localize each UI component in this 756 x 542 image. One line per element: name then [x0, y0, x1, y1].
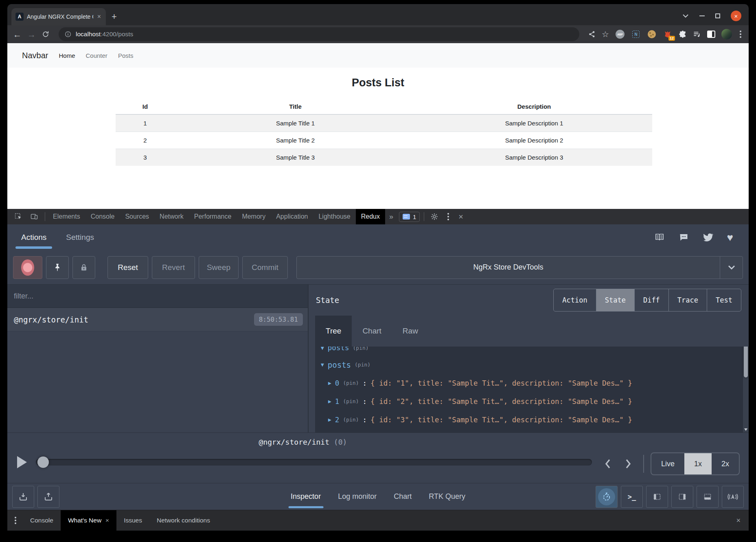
devtools-menu-kebab-icon[interactable]: [442, 216, 454, 217]
expand-arrow-icon[interactable]: ▼: [321, 362, 324, 368]
profile-avatar[interactable]: [721, 29, 732, 39]
reset-button[interactable]: Reset: [107, 256, 148, 279]
tab-inspector[interactable]: Inspector: [285, 483, 327, 510]
maximize-icon[interactable]: [715, 13, 720, 18]
bookmark-star-icon[interactable]: ☆: [602, 29, 609, 39]
side-panel-icon[interactable]: [707, 31, 715, 38]
more-tabs-icon[interactable]: »: [385, 213, 397, 221]
browser-menu-kebab-icon[interactable]: [740, 33, 741, 35]
tab-close-icon[interactable]: ×: [96, 13, 102, 20]
window-close-icon[interactable]: ×: [731, 11, 741, 21]
view-tab-tree[interactable]: Tree: [315, 316, 352, 347]
instance-selector[interactable]: NgRx Store DevTools: [296, 256, 743, 279]
tab-network[interactable]: Network: [154, 209, 189, 224]
step-forward-button[interactable]: [620, 455, 637, 473]
tab-actions[interactable]: Actions: [11, 224, 56, 250]
tab-performance[interactable]: Performance: [189, 209, 237, 224]
pin-button[interactable]: [46, 256, 69, 279]
tab-search-chevron-icon[interactable]: [682, 14, 689, 18]
expand-arrow-icon[interactable]: ▶: [328, 398, 331, 404]
share-icon[interactable]: [588, 31, 596, 38]
playlist-icon[interactable]: [693, 30, 701, 38]
step-back-button[interactable]: [599, 455, 616, 473]
tab-sources[interactable]: Sources: [120, 209, 154, 224]
tab-chart[interactable]: Chart: [388, 483, 417, 510]
dock-right-button[interactable]: [671, 486, 693, 508]
tab-application[interactable]: Application: [271, 209, 313, 224]
mode-diff-button[interactable]: Diff: [634, 289, 668, 311]
drawer-tab-issues[interactable]: Issues: [116, 510, 149, 531]
drawer-tab-network-conditions[interactable]: Network conditions: [149, 510, 217, 531]
feedback-chat-icon[interactable]: [679, 233, 689, 242]
reload-icon[interactable]: [42, 30, 50, 38]
fox-extension-icon[interactable]: 12: [663, 29, 673, 39]
mode-action-button[interactable]: Action: [554, 289, 596, 311]
speed-live-button[interactable]: Live: [651, 453, 684, 474]
site-info-icon[interactable]: [64, 31, 72, 38]
docs-book-icon[interactable]: [654, 233, 665, 242]
tab-redux[interactable]: Redux: [356, 209, 385, 224]
mode-state-button[interactable]: State: [596, 289, 634, 311]
tab-memory[interactable]: Memory: [237, 209, 271, 224]
import-button[interactable]: [12, 486, 34, 508]
export-button[interactable]: [37, 486, 59, 508]
scroll-down-icon[interactable]: [744, 428, 747, 431]
tree-row-posts[interactable]: ▼ posts (pin): [321, 355, 746, 374]
whats-new-close-icon[interactable]: ×: [105, 517, 109, 524]
support-heart-icon[interactable]: ♥: [727, 231, 733, 244]
tab-lighthouse[interactable]: Lighthouse: [313, 209, 355, 224]
tab-elements[interactable]: Elements: [48, 209, 85, 224]
mode-test-button[interactable]: Test: [707, 289, 741, 311]
drawer-kebab-icon[interactable]: [15, 520, 16, 521]
tab-console[interactable]: Console: [85, 209, 120, 224]
extensions-puzzle-icon[interactable]: [679, 30, 687, 38]
nav-link-counter[interactable]: Counter: [86, 52, 107, 59]
navbar-brand[interactable]: Navbar: [22, 51, 48, 60]
tree-row-item[interactable]: ▶ 0 (pin) : { id: "1", title: "Sample Ti…: [321, 374, 746, 392]
action-list-item[interactable]: @ngrx/store/init 8:50:53.81: [7, 308, 308, 331]
cookie-extension-icon[interactable]: [647, 29, 657, 39]
twitter-icon[interactable]: [703, 233, 713, 242]
browser-tab[interactable]: A Angular NGRX Complete C ×: [11, 8, 106, 25]
tree-row-clipped[interactable]: ▼ posts (pin): [321, 347, 746, 355]
tab-settings[interactable]: Settings: [56, 224, 104, 250]
lock-button[interactable]: [72, 256, 95, 279]
settings-gear-icon[interactable]: [427, 213, 442, 221]
dock-bottom-button[interactable]: [697, 486, 719, 508]
inspect-element-icon[interactable]: [11, 213, 26, 221]
tree-scrollbar[interactable]: [743, 347, 749, 432]
forward-icon[interactable]: →: [27, 30, 36, 39]
drawer-tab-whats-new[interactable]: What's New ×: [61, 510, 116, 531]
dock-left-button[interactable]: [646, 486, 668, 508]
devtools-close-icon[interactable]: ×: [454, 212, 467, 222]
expand-arrow-icon[interactable]: ▶: [328, 417, 331, 423]
address-bar[interactable]: localhost:4200/posts: [59, 27, 579, 41]
play-button[interactable]: [14, 453, 30, 471]
tree-row-item[interactable]: ▶ 1 (pin) : { id: "2", title: "Sample Ti…: [321, 392, 746, 410]
commit-button[interactable]: Commit: [242, 256, 288, 279]
scrollbar-thumb[interactable]: [744, 347, 748, 377]
tab-log-monitor[interactable]: Log monitor: [332, 483, 382, 510]
record-button[interactable]: [13, 256, 42, 279]
nav-link-posts[interactable]: Posts: [118, 52, 134, 59]
slider-monitor-button[interactable]: [596, 486, 618, 508]
tab-rtk-query[interactable]: RTK Query: [423, 483, 471, 510]
nav-link-home[interactable]: Home: [59, 52, 75, 59]
slider-thumb[interactable]: [37, 456, 49, 468]
device-toolbar-icon[interactable]: [26, 213, 42, 221]
adblock-extension-icon[interactable]: ABP: [615, 29, 625, 39]
view-tab-chart[interactable]: Chart: [352, 316, 392, 347]
timeline-slider[interactable]: [36, 459, 592, 465]
tree-row-item[interactable]: ▶ 2 (pin) : { id: "3", title: "Sample Ti…: [321, 410, 746, 429]
expand-arrow-icon[interactable]: ▶: [328, 380, 331, 386]
minimize-icon[interactable]: [699, 15, 705, 16]
filter-input[interactable]: [7, 292, 308, 301]
notion-extension-icon[interactable]: N: [631, 29, 641, 39]
view-tab-raw[interactable]: Raw: [392, 316, 429, 347]
dispatcher-button[interactable]: >_: [621, 486, 643, 508]
drawer-tab-console[interactable]: Console: [23, 510, 61, 531]
dropdown-chevron-icon[interactable]: [720, 257, 743, 279]
speed-2x-button[interactable]: 2x: [712, 453, 739, 474]
speed-1x-button[interactable]: 1x: [684, 453, 712, 474]
sweep-button[interactable]: Sweep: [199, 256, 239, 279]
